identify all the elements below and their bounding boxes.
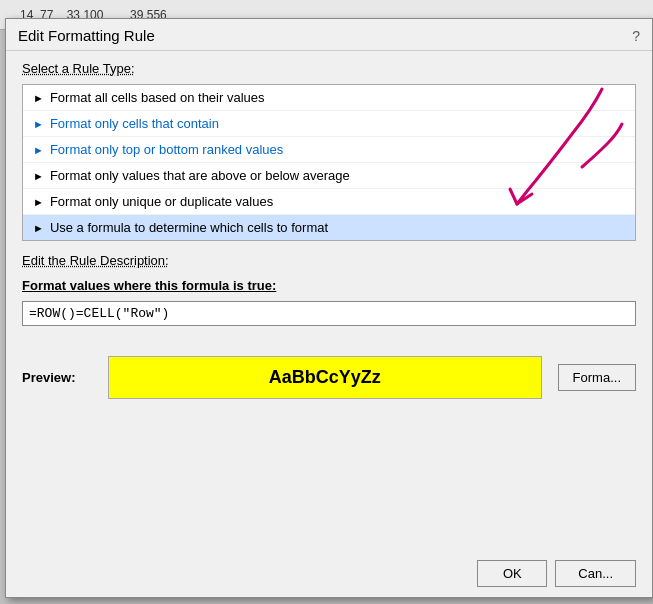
- rule-text: Format only values that are above or bel…: [50, 168, 350, 183]
- rule-text: Format only top or bottom ranked values: [50, 142, 283, 157]
- rule-arrow-icon: ►: [33, 118, 44, 130]
- rule-item-cells-contain[interactable]: ► Format only cells that contain: [23, 111, 635, 137]
- rule-item-above-below-avg[interactable]: ► Format only values that are above or b…: [23, 163, 635, 189]
- preview-label: Preview:: [22, 370, 92, 385]
- formula-input[interactable]: [22, 301, 636, 326]
- dialog-footer: OK Can...: [477, 560, 636, 587]
- cancel-button[interactable]: Can...: [555, 560, 636, 587]
- edit-formatting-rule-dialog: Edit Formatting Rule ? Select a Rule Typ…: [5, 18, 653, 598]
- formula-label-text: Format values where this formula is true…: [22, 278, 276, 293]
- rule-item-top-bottom[interactable]: ► Format only top or bottom ranked value…: [23, 137, 635, 163]
- rule-item-formula[interactable]: ► Use a formula to determine which cells…: [23, 215, 635, 240]
- edit-rule-description-label: Edit the Rule Description:: [22, 253, 636, 268]
- format-button[interactable]: Forma...: [558, 364, 636, 391]
- select-rule-type-label: Select a Rule Type:: [22, 61, 636, 76]
- rule-text: Format all cells based on their values: [50, 90, 265, 105]
- rule-arrow-icon: ►: [33, 170, 44, 182]
- dialog-title: Edit Formatting Rule: [18, 27, 155, 44]
- dialog-body: Select a Rule Type: ► Format all cells b…: [6, 51, 652, 409]
- rule-item-unique-duplicate[interactable]: ► Format only unique or duplicate values: [23, 189, 635, 215]
- rule-arrow-icon: ►: [33, 196, 44, 208]
- rule-arrow-icon: ►: [33, 222, 44, 234]
- formula-instruction-label: Format values where this formula is true…: [22, 278, 636, 293]
- dialog-titlebar: Edit Formatting Rule ?: [6, 19, 652, 51]
- rule-text: Format only unique or duplicate values: [50, 194, 273, 209]
- rule-arrow-icon: ►: [33, 92, 44, 104]
- ok-button[interactable]: OK: [477, 560, 547, 587]
- rule-text: Format only cells that contain: [50, 116, 219, 131]
- rule-type-list: ► Format all cells based on their values…: [22, 84, 636, 241]
- rule-text: Use a formula to determine which cells t…: [50, 220, 328, 235]
- rule-item-all-cells[interactable]: ► Format all cells based on their values: [23, 85, 635, 111]
- help-button[interactable]: ?: [632, 28, 640, 44]
- rule-arrow-icon: ►: [33, 144, 44, 156]
- preview-box: AaBbCcYyZz: [108, 356, 542, 399]
- preview-row: Preview: AaBbCcYyZz Forma...: [22, 356, 636, 399]
